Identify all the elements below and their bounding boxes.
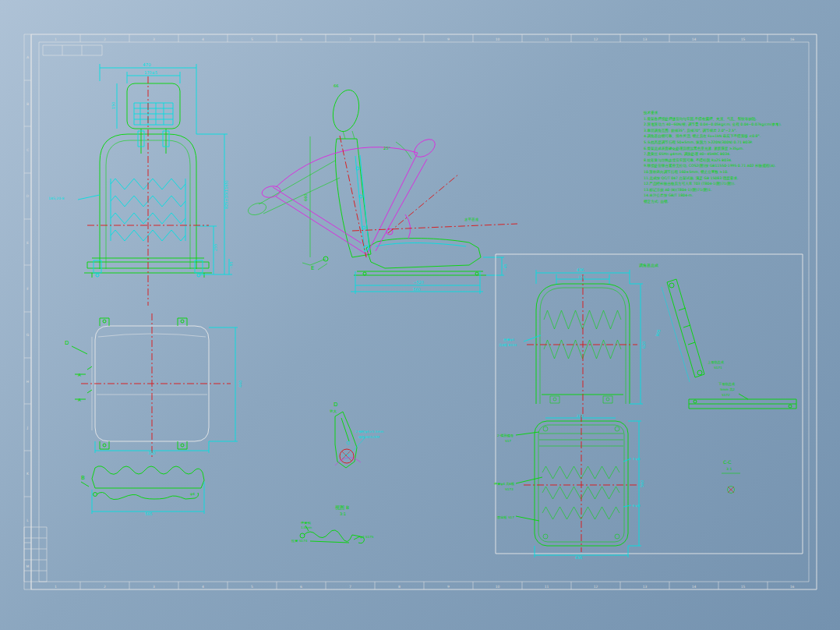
lower-slide-rail [689, 394, 796, 409]
annotation-label: 170±5 [144, 70, 157, 75]
annotation-label: 470 [143, 62, 151, 67]
annotation-label: 悬簧φ4 [503, 338, 514, 342]
annotation-label: 560 [640, 480, 644, 487]
zone-label: 10 [496, 37, 500, 41]
annotation-label: 5mm 共2 [720, 388, 735, 391]
zone-label: A [26, 55, 30, 59]
zone-label: M [26, 565, 30, 568]
detail-d [335, 412, 366, 468]
note-line: 2.滑道滑动力 40~60N/根; 调节量 0.04~0.05kg/cm; 全程… [644, 122, 782, 127]
annotation-label: A [78, 398, 81, 402]
zone-label: 9 [447, 585, 450, 589]
zone-label: 16 [790, 37, 795, 41]
annotation-label: 3:1 [340, 511, 346, 516]
annotation-label: B [81, 475, 85, 481]
annotation-label: 350 [148, 451, 156, 455]
zone-label: E [26, 241, 29, 245]
headrest-side [330, 87, 363, 133]
annotation-label: E [311, 265, 314, 271]
annotation-label: 436 [575, 555, 583, 560]
annotation-label: D [334, 402, 337, 408]
note-line: 3.靠背调角范围: 前倾35°, 后倾70°, 调节级差 2.0°~2.5°. [644, 128, 737, 133]
note-line: 1.骨架各焊接处焊缝应均匀牢固,不得有漏焊、夹渣、气孔、裂纹等缺陷. [644, 116, 757, 122]
annotation-label: 660 [303, 193, 308, 201]
zone-label: 13 [643, 37, 648, 41]
annotation-label: A [78, 373, 81, 377]
annotation-label: 436 [577, 267, 584, 272]
zone-label: 15 [741, 37, 746, 41]
zone-label: 4 [202, 585, 204, 589]
zone-label: 2 [104, 37, 106, 41]
zone-label: 3 [153, 37, 155, 41]
annotation-label: 弹簧φ4 共6根 [494, 482, 514, 486]
annotation-label: ~45 [503, 264, 507, 271]
zone-label: 15 [741, 585, 746, 589]
headrest-front [127, 83, 180, 129]
zone-label: 3 [153, 585, 155, 589]
zone-label: 4 [202, 37, 204, 41]
zone-label: 6 [300, 585, 302, 589]
drawing-canvas[interactable]: 1122334455667788991010111112121313141415… [0, 0, 840, 630]
zone-label: K [26, 472, 30, 476]
annotation-label: 825±10(1165) [224, 180, 228, 209]
annotation-label: ~95 [229, 261, 233, 269]
zone-label: 8 [398, 585, 401, 589]
annotation-label: 2-蝶形螺母 [497, 434, 514, 437]
zone-label: 7 [349, 37, 351, 41]
annotation-label: 6-φ9 [633, 504, 641, 508]
zone-label: L [26, 519, 29, 522]
zone-label: 7 [349, 585, 351, 589]
annotation-label: 560 [413, 287, 421, 292]
note-line: 4.调角器自锁可靠、操作灵活; 锁止后在 Fa=1kN 载荷下不得滑移 ≤0.8… [644, 133, 761, 139]
zone-label: 12 [594, 37, 598, 41]
cushion-section [92, 466, 204, 488]
zone-label: 9 [447, 37, 450, 41]
zone-label: 1 [55, 585, 57, 589]
front-view [78, 64, 232, 306]
plan-view [72, 313, 238, 458]
zone-label: 1 [55, 37, 57, 41]
annotation-label: S173 [505, 487, 514, 491]
annotation-label: 铆接 B0520M [358, 435, 379, 439]
zone-label: 14 [692, 585, 697, 589]
note-line: 7.悬簧丝 65Mn φ4mm, 调质处理 40~45HRC B034. [644, 151, 730, 157]
zone-label: F [26, 287, 29, 291]
zone-label: 5 [251, 585, 253, 589]
revision-strip [43, 45, 102, 55]
annotation-label: 拉簧 S174 [291, 539, 308, 543]
annotation-label: 66 [334, 83, 338, 88]
inset-box [496, 254, 803, 557]
annotation-label: φ4 [190, 492, 195, 496]
annotation-label: 255 [213, 243, 217, 251]
note-line: 6.骨架总成表面磷化处理后喷涂黑色亚光漆, 漆膜厚度 ≥35μm. [644, 146, 743, 151]
annotation-label: 调角器总成 [639, 263, 658, 268]
annotation-label: 620 [641, 341, 646, 349]
zone-label: B [26, 102, 29, 106]
zone-label: 6 [300, 37, 302, 41]
cad-viewer-viewport: 1122334455667788991010111112121313141415… [0, 0, 840, 630]
zone-label: H [26, 380, 29, 384]
annotation-label: 放大 [329, 409, 337, 413]
note-line: 9.铆接处应铆合紧密无松动, COS2(附)按 GB11550-1995 0.7… [644, 163, 776, 168]
annotation-label: 185;20-8 [48, 196, 64, 200]
zone-label: G [26, 333, 30, 337]
side-view [246, 87, 517, 294]
technical-notes: 技术要求1.骨架各焊接处焊缝应均匀牢固,不得有漏焊、夹渣、气孔、裂纹等缺陷.2.… [643, 111, 782, 204]
annotation-label: 3:1 [726, 467, 732, 471]
zone-label: 11 [545, 585, 549, 589]
annotation-label: 共6根 B034 [499, 343, 517, 347]
zone-label: 8 [398, 37, 401, 41]
annotation-label: 370 [577, 414, 584, 418]
drawing-sheet [22, 4, 829, 625]
note-line: 10.滑轨纵向调节行程 160±5mm, 锁止位置数 ≥10. [644, 169, 729, 175]
annotation-label: 视图 B [335, 504, 349, 511]
zone-label: 10 [496, 585, 500, 589]
note-line: 锁定方式: 自锁. [644, 199, 669, 204]
annotation-label: 水平基准 [464, 218, 479, 221]
upper-slide-rail [667, 279, 704, 377]
annotation-label: S172 [722, 393, 730, 397]
zone-label: 5 [251, 37, 253, 41]
zone-label: 16 [790, 585, 795, 589]
annotation-label: D [65, 340, 69, 346]
section-view [81, 466, 204, 514]
